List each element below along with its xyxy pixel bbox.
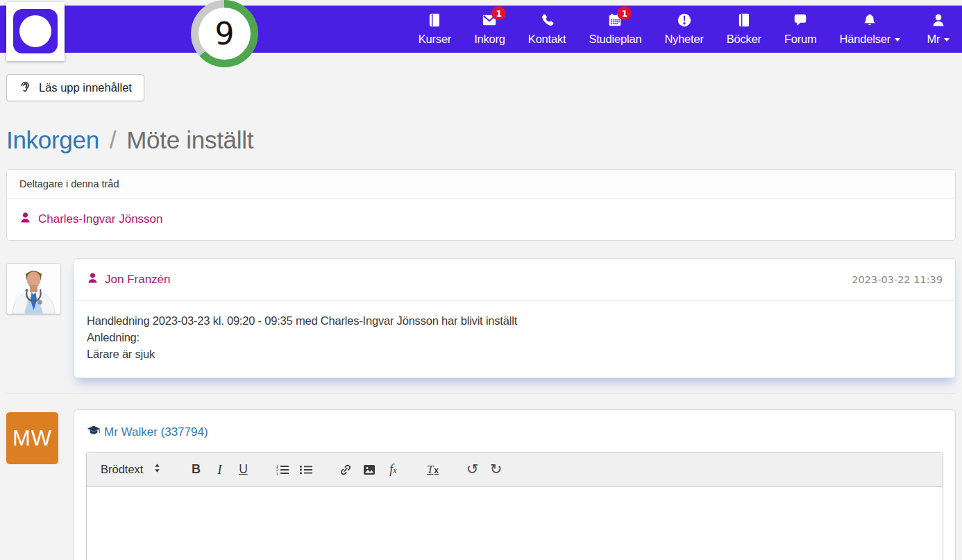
message-author-link[interactable]: Jon Franzén (87, 272, 171, 287)
book-icon (427, 12, 442, 28)
nav-item-label: Forum (784, 33, 817, 46)
nav-item-forum[interactable]: Forum (784, 12, 817, 46)
reply-row: MW Mr Walker (337794) BrödtextBIU123fxTx… (6, 409, 956, 560)
nav-item-kurser[interactable]: Kurser (419, 12, 451, 46)
message-body-line: Anledning: (87, 329, 943, 346)
editor-toolbar: BrödtextBIU123fxTx↺↻ (87, 452, 943, 487)
read-aloud-label: Läs upp innehållet (39, 81, 132, 94)
formula-button[interactable]: fx (381, 458, 405, 482)
editor-content-area[interactable] (87, 487, 943, 560)
reply-card: Mr Walker (337794) BrödtextBIU123fxTx↺↻ (74, 409, 956, 560)
undo-icon: ↺ (466, 462, 479, 477)
clear-formatting-button[interactable]: Tx (421, 458, 444, 482)
message-row: Jon Franzén 2023-03-22 11:39 Handledning… (6, 258, 956, 378)
page-title: Möte inställt (126, 126, 253, 153)
nav-item-mr[interactable]: Mr (923, 12, 954, 46)
chevron-down-icon (944, 38, 950, 42)
message-body-line: Lärare är sjuk (87, 346, 943, 362)
participant-name: Charles-Ingvar Jönsson (38, 212, 163, 226)
nav-item-label: Studieplan (589, 33, 641, 46)
ear-icon (19, 80, 31, 96)
message-body: Handledning 2023-03-23 kl. 09:20 - 09:35… (74, 300, 955, 377)
nav-item-label: Böcker (727, 33, 761, 46)
nav-item-label: Händelser (840, 33, 891, 46)
message-body-line: Handledning 2023-03-23 kl. 09:20 - 09:35… (87, 312, 943, 329)
nav-item-label: Kontakt (528, 33, 566, 46)
comment-icon (793, 12, 808, 28)
unordered-list-icon (299, 464, 313, 475)
participants-panel-header: Deltagare i denna tråd (7, 170, 955, 198)
app-logo-icon (13, 9, 58, 53)
message-card: Jon Franzén 2023-03-22 11:39 Handledning… (74, 258, 956, 378)
nav-menu: Kurser1InkorgKontakt1StudieplanNyheterBö… (419, 6, 954, 53)
nav-item-inkorg[interactable]: 1Inkorg (474, 12, 505, 46)
nav-item-label: Kurser (419, 33, 451, 46)
avatar (6, 263, 61, 314)
breadcrumb: Inkorgen/Möte inställt (6, 126, 956, 154)
bell-icon (862, 12, 877, 28)
participant-link[interactable]: Charles-Ingvar Jönsson (7, 198, 955, 240)
message-timestamp: 2023-03-22 11:39 (852, 274, 943, 285)
underline-button[interactable]: U (231, 458, 255, 482)
image-icon (363, 464, 375, 475)
book-icon (736, 12, 752, 28)
progress-value: 9 (215, 16, 235, 51)
link-button[interactable] (334, 458, 357, 482)
message-author-name: Jon Franzén (105, 273, 171, 287)
phone-icon (539, 12, 555, 28)
nav-item-handelser[interactable]: Händelser (840, 12, 900, 46)
nav-item-kontakt[interactable]: Kontakt (528, 12, 566, 46)
main-content: Läs upp innehållet Inkorgen/Möte inställ… (0, 53, 962, 560)
link-icon (339, 464, 352, 476)
app-logo[interactable] (6, 2, 65, 61)
nav-item-label: Nyheter (664, 33, 703, 46)
participants-list: Charles-Ingvar Jönsson (7, 198, 955, 240)
top-navbar: 9 Kurser1InkorgKontakt1StudieplanNyheter… (0, 6, 962, 53)
avatar-initials: MW (12, 426, 52, 451)
paragraph-style-label: Brödtext (101, 463, 143, 476)
progress-ring-widget: 9 (191, 0, 258, 67)
nav-item-nyheter[interactable]: Nyheter (664, 12, 703, 46)
notification-badge: 1 (491, 6, 506, 20)
avatar: MW (6, 412, 58, 464)
bold-button[interactable]: B (184, 458, 208, 482)
chevron-down-icon (895, 38, 900, 42)
person-icon (87, 272, 99, 287)
redo-icon: ↻ (490, 462, 503, 477)
thread-divider (6, 393, 956, 393)
nav-item-studieplan[interactable]: 1Studieplan (589, 12, 641, 46)
user-icon (931, 12, 946, 28)
ordered-list-icon: 123 (276, 464, 289, 475)
nav-item-label: Inkorg (474, 33, 505, 46)
breadcrumb-link-inbox[interactable]: Inkorgen (6, 126, 99, 153)
nav-item-label: Mr (927, 33, 940, 46)
rich-text-editor: BrödtextBIU123fxTx↺↻ (86, 452, 943, 560)
paragraph-style-select[interactable]: Brödtext (94, 458, 168, 482)
graduation-cap-icon (87, 425, 101, 439)
read-aloud-button[interactable]: Läs upp innehållet (6, 74, 144, 101)
news-icon (677, 12, 692, 28)
image-button[interactable] (357, 458, 381, 482)
nav-item-bocker[interactable]: Böcker (727, 12, 761, 46)
reply-author-link[interactable]: Mr Walker (337794) (104, 425, 208, 439)
undo-button[interactable]: ↺ (460, 458, 484, 482)
person-icon (19, 212, 31, 227)
participants-panel: Deltagare i denna tråd Charles-Ingvar Jö… (6, 169, 956, 241)
ordered-list-button[interactable]: 123 (271, 458, 294, 482)
reply-header: Mr Walker (337794) (86, 410, 943, 452)
unordered-list-button[interactable] (294, 458, 318, 482)
sort-arrows-icon (153, 463, 161, 476)
breadcrumb-separator: / (110, 126, 116, 153)
svg-text:3: 3 (276, 471, 278, 475)
italic-button[interactable]: I (208, 458, 231, 482)
redo-button[interactable]: ↻ (484, 458, 507, 482)
notification-badge: 1 (617, 6, 632, 20)
message-header: Jon Franzén 2023-03-22 11:39 (74, 259, 955, 300)
